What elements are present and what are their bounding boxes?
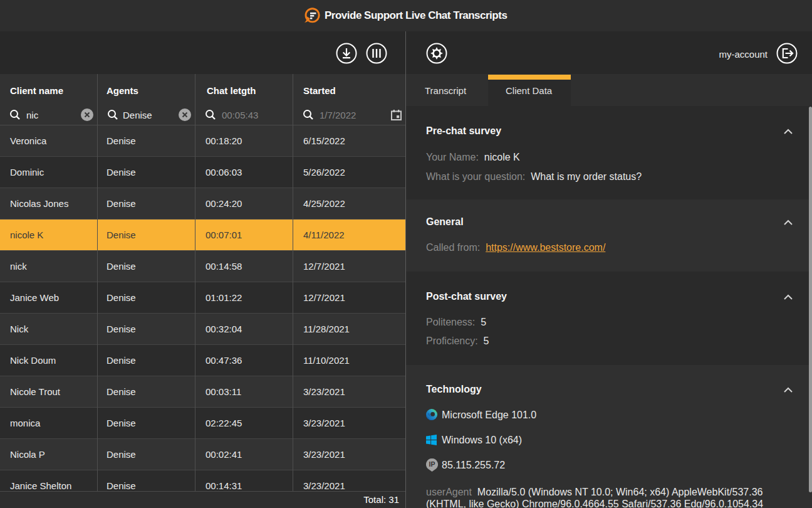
svg-text:IP: IP	[429, 460, 435, 468]
